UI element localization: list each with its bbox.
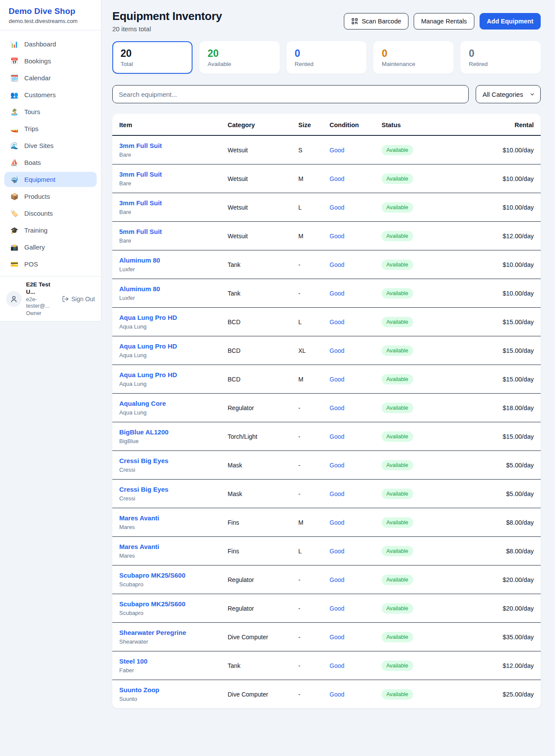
chevron-down-icon	[529, 92, 535, 97]
category-cell: Dive Computer	[221, 623, 291, 651]
sidebar-item-products[interactable]: 📦 Products	[4, 189, 97, 204]
category-select[interactable]: All Categories	[476, 85, 541, 103]
item-name-link[interactable]: Cressi Big Eyes	[119, 457, 214, 464]
table-row: Aqua Lung Pro HD Aqua Lung BCD XL Good A…	[112, 336, 541, 365]
search-input[interactable]	[112, 85, 469, 103]
scan-barcode-button[interactable]: Scan Barcode	[344, 13, 408, 30]
sidebar-item-label: Trips	[24, 125, 39, 132]
status-cell: Available	[375, 250, 453, 279]
table-row: Aluminum 80 Luxfer Tank - Good Available…	[112, 250, 541, 279]
condition-link[interactable]: Good	[330, 691, 344, 698]
item-name-link[interactable]: 5mm Full Suit	[119, 228, 214, 235]
condition-link[interactable]: Good	[330, 576, 344, 583]
condition-link[interactable]: Good	[330, 319, 344, 325]
condition-link[interactable]: Good	[330, 433, 344, 440]
user-role: Owner	[26, 310, 58, 317]
sidebar-item-calendar[interactable]: 🗓️ Calendar	[4, 70, 97, 85]
item-name-link[interactable]: 3mm Full Suit	[119, 199, 214, 207]
filter-row: All Categories	[112, 85, 541, 103]
item-name-link[interactable]: Aqua Lung Pro HD	[119, 371, 214, 378]
item-name-link[interactable]: Scubapro MK25/S600	[119, 572, 214, 579]
condition-link[interactable]: Good	[330, 175, 344, 182]
sidebar-item-equipment[interactable]: 🤿 Equipment	[4, 172, 97, 187]
item-name-link[interactable]: Mares Avanti	[119, 514, 214, 522]
rental-cell: $8.00/day	[453, 508, 541, 537]
item-name-link[interactable]: 3mm Full Suit	[119, 171, 214, 178]
condition-link[interactable]: Good	[330, 548, 344, 555]
condition-link[interactable]: Good	[330, 233, 344, 240]
size-cell: -	[291, 250, 323, 279]
item-name-link[interactable]: Suunto Zoop	[119, 686, 214, 694]
sidebar-item-label: POS	[24, 260, 38, 268]
item-name-link[interactable]: Mares Avanti	[119, 543, 214, 550]
size-cell: M	[291, 365, 323, 394]
add-equipment-button[interactable]: Add Equipment	[480, 13, 541, 30]
item-name-link[interactable]: Steel 100	[119, 657, 214, 665]
condition-link[interactable]: Good	[330, 290, 344, 297]
sidebar-item-trips[interactable]: 🚤 Trips	[4, 121, 97, 136]
condition-link[interactable]: Good	[330, 261, 344, 268]
item-name-link[interactable]: Aluminum 80	[119, 256, 214, 264]
status-cell: Available	[375, 222, 453, 250]
item-brand: Aqua Lung	[119, 323, 214, 330]
sidebar-item-dashboard[interactable]: 📊 Dashboard	[4, 36, 97, 52]
item-name-link[interactable]: Aluminum 80	[119, 285, 214, 293]
condition-link[interactable]: Good	[330, 634, 344, 641]
condition-link[interactable]: Good	[330, 519, 344, 526]
condition-cell: Good	[323, 594, 375, 623]
item-name-link[interactable]: Cressi Big Eyes	[119, 486, 214, 493]
category-cell: BCD	[221, 365, 291, 394]
stat-card-available[interactable]: 20 Available	[199, 41, 280, 74]
sidebar-item-label: Products	[24, 193, 50, 200]
sidebar-item-dive-sites[interactable]: 🌊 Dive Sites	[4, 138, 97, 153]
condition-cell: Good	[323, 336, 375, 365]
sign-out-button[interactable]: Sign Out	[62, 296, 95, 302]
stat-label: Available	[208, 61, 271, 67]
column-header-size: Size	[291, 114, 323, 135]
sidebar-item-pos[interactable]: 💳 POS	[4, 256, 97, 272]
condition-link[interactable]: Good	[330, 462, 344, 469]
table-row: 5mm Full Suit Bare Wetsuit M Good Availa…	[112, 222, 541, 250]
sidebar-item-discounts[interactable]: 🏷️ Discounts	[4, 206, 97, 221]
stat-card-total[interactable]: 20 Total	[112, 41, 193, 74]
item-name-link[interactable]: 3mm Full Suit	[119, 142, 214, 149]
item-name-link[interactable]: Aqua Lung Pro HD	[119, 314, 214, 321]
island-icon: 🏝️	[10, 108, 19, 115]
status-cell: Available	[375, 193, 453, 222]
manage-rentals-button[interactable]: Manage Rentals	[414, 13, 474, 30]
item-name-link[interactable]: Scubapro MK25/S600	[119, 600, 214, 608]
item-name-link[interactable]: Shearwater Peregrine	[119, 629, 214, 636]
item-name-link[interactable]: Aqua Lung Pro HD	[119, 342, 214, 350]
item-name-link[interactable]: BigBlue AL1200	[119, 428, 214, 436]
condition-link[interactable]: Good	[330, 204, 344, 211]
condition-link[interactable]: Good	[330, 605, 344, 612]
item-cell: Scubapro MK25/S600 Scubapro	[112, 594, 221, 623]
condition-link[interactable]: Good	[330, 490, 344, 497]
size-cell: M	[291, 508, 323, 537]
sidebar-item-training[interactable]: 🎓 Training	[4, 223, 97, 238]
item-cell: 5mm Full Suit Bare	[112, 222, 221, 250]
size-cell: -	[291, 623, 323, 651]
sidebar-item-gallery[interactable]: 📸 Gallery	[4, 240, 97, 255]
sidebar-item-tours[interactable]: 🏝️ Tours	[4, 104, 97, 119]
rental-price: $12.00/day	[503, 662, 534, 669]
item-brand: Mares	[119, 524, 214, 530]
condition-link[interactable]: Good	[330, 662, 344, 669]
stat-card-retired[interactable]: 0 Retired	[460, 41, 541, 74]
condition-link[interactable]: Good	[330, 147, 344, 154]
speedboat-icon: 🚤	[10, 125, 19, 132]
stat-card-rented[interactable]: 0 Rented	[287, 41, 367, 74]
item-brand: Suunto	[119, 696, 214, 702]
condition-link[interactable]: Good	[330, 376, 344, 383]
page-title: Equipment Inventory	[112, 10, 222, 23]
size-cell: M	[291, 222, 323, 250]
table-row: Suunto Zoop Suunto Dive Computer - Good …	[112, 680, 541, 709]
condition-link[interactable]: Good	[330, 404, 344, 411]
item-name-link[interactable]: Aqualung Core	[119, 400, 214, 407]
sidebar-item-boats[interactable]: ⛵ Boats	[4, 155, 97, 170]
sidebar-item-bookings[interactable]: 📅 Bookings	[4, 53, 97, 69]
condition-link[interactable]: Good	[330, 347, 344, 354]
sidebar-item-customers[interactable]: 👥 Customers	[4, 87, 97, 102]
stat-card-maintenance[interactable]: 0 Maintenance	[373, 41, 454, 74]
size-cell: L	[291, 537, 323, 565]
